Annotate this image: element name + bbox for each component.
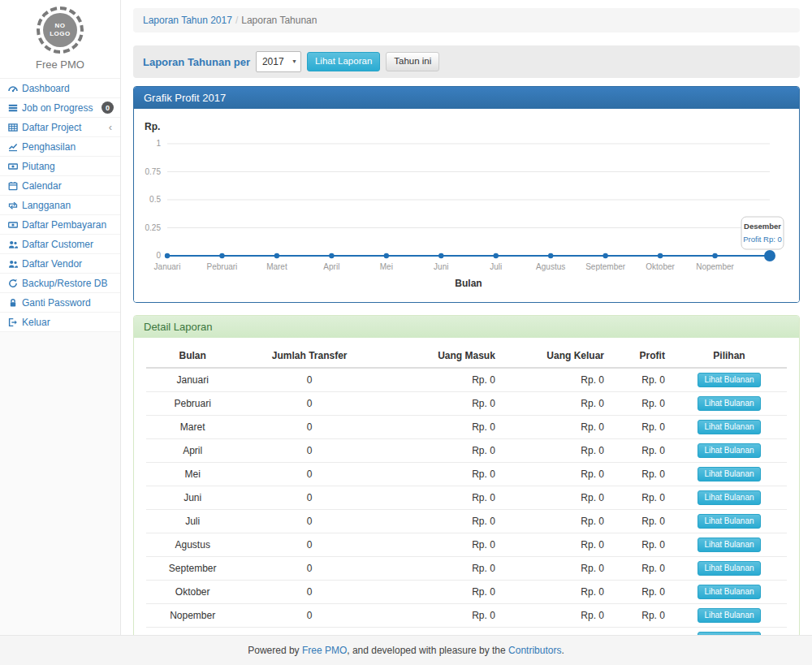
page-footer: Powered by Free PMO, and developed with … <box>0 635 812 665</box>
breadcrumb: Laporan Tahun 2017/Laporan Tahunan <box>133 8 800 32</box>
sidebar-item-label: Langganan <box>22 200 114 211</box>
lihat-bulanan-button[interactable]: Lihat Bulanan <box>698 420 760 434</box>
sidebar-item-label: Backup/Restore DB <box>22 278 114 289</box>
cell-keluar: Rp. 0 <box>502 557 611 581</box>
lihat-bulanan-button[interactable]: Lihat Bulanan <box>698 585 760 599</box>
sidebar-item-backup-restore[interactable]: Backup/Restore DB <box>0 274 120 293</box>
svg-text:Juni: Juni <box>434 262 448 271</box>
profit-chart-panel: Grafik Profit 2017 Rp.10.750.50.250Janua… <box>133 86 800 303</box>
cell-bulan: Maret <box>146 416 239 439</box>
footer-text-suffix: . <box>561 645 564 656</box>
sidebar-item-label: Daftar Vendor <box>22 258 114 270</box>
cell-bulan: Juli <box>146 510 239 533</box>
sidebar-item-label: Daftar Pembayaran <box>22 219 114 231</box>
tahun-ini-button[interactable]: Tahun ini <box>386 52 439 71</box>
sidebar-item-daftar-customer[interactable]: Daftar Customer <box>0 235 120 254</box>
sidebar-item-label: Keluar <box>22 317 114 328</box>
cell-jumlah: 0 <box>239 392 380 416</box>
breadcrumb-link[interactable]: Laporan Tahun 2017 <box>143 15 232 26</box>
svg-text:0.25: 0.25 <box>145 223 162 232</box>
cell-keluar: Rp. 0 <box>502 486 611 510</box>
lihat-bulanan-button[interactable]: Lihat Bulanan <box>698 396 760 411</box>
report-form-label: Laporan Tahunan per <box>143 56 250 68</box>
cell-masuk: Rp. 0 <box>380 392 502 416</box>
cell-bulan: Pebruari <box>146 392 239 416</box>
cell-profit: Rp. 0 <box>611 604 672 628</box>
lihat-laporan-button[interactable]: Lihat Laporan <box>307 52 380 71</box>
svg-text:September: September <box>585 262 626 271</box>
logo-text-line1: NO <box>55 22 66 30</box>
cell-bulan: Agustus <box>146 533 239 557</box>
logo-text-line2: LOGO <box>50 30 71 38</box>
lihat-bulanan-button[interactable]: Lihat Bulanan <box>698 443 760 458</box>
sidebar: NO LOGO Free PMO Dashboard Job on Progre… <box>0 0 121 635</box>
main-content: Laporan Tahun 2017/Laporan Tahunan Lapor… <box>121 0 812 635</box>
year-select[interactable]: 2017 <box>256 51 301 72</box>
lihat-bulanan-button[interactable]: Lihat Bulanan <box>698 538 760 552</box>
money-icon <box>6 220 19 230</box>
sidebar-item-daftar-vendor[interactable]: Daftar Vendor <box>0 254 120 274</box>
sidebar-item-langganan[interactable]: Langganan <box>0 196 120 215</box>
cell-jumlah: 0 <box>239 510 380 533</box>
cell-keluar: Rp. 0 <box>502 581 611 604</box>
sidebar-item-label: Penghasilan <box>22 141 114 153</box>
cell-bulan: Januari <box>146 368 239 392</box>
cell-keluar: Rp. 0 <box>502 439 611 463</box>
svg-text:Profit Rp: 0: Profit Rp: 0 <box>743 235 782 244</box>
sidebar-item-daftar-project[interactable]: Daftar Project ‹ <box>0 118 120 137</box>
footer-text-prefix: Powered by <box>248 645 302 656</box>
lihat-bulanan-button[interactable]: Lihat Bulanan <box>698 561 760 576</box>
cell-profit: Rp. 0 <box>611 368 672 392</box>
sidebar-item-job-on-progress[interactable]: Job on Progress 0 <box>0 98 120 118</box>
sidebar-item-piutang[interactable]: Piutang <box>0 157 120 176</box>
report-filter-form: Laporan Tahunan per 2017 ▼ Lihat Laporan… <box>133 45 800 78</box>
svg-text:Juli: Juli <box>490 262 502 271</box>
profit-line-chart: Rp.10.750.50.250JanuariPebruariMaretApri… <box>134 109 799 302</box>
svg-text:April: April <box>323 262 339 271</box>
cell-jumlah: 0 <box>239 439 380 463</box>
line-chart-icon <box>6 142 19 152</box>
cell-keluar: Rp. 0 <box>502 392 611 416</box>
cell-profit: Rp. 0 <box>611 510 672 533</box>
cell-bulan: Juni <box>146 486 239 510</box>
chevron-left-icon: ‹ <box>109 121 114 133</box>
contributors-link[interactable]: Contributors <box>508 645 561 656</box>
table-row: Pebruari 0 Rp. 0 Rp. 0 Rp. 0 Lihat Bulan… <box>146 392 787 416</box>
lihat-bulanan-button[interactable]: Lihat Bulanan <box>698 490 760 505</box>
sidebar-item-daftar-pembayaran[interactable]: Daftar Pembayaran <box>0 215 120 235</box>
cell-bulan: Nopember <box>146 604 239 628</box>
refresh-icon <box>6 279 19 288</box>
cell-profit: Rp. 0 <box>611 392 672 416</box>
cell-jumlah: 0 <box>239 416 380 439</box>
col-header-pilihan: Pilihan <box>672 344 787 368</box>
lihat-bulanan-button[interactable]: Lihat Bulanan <box>698 373 760 387</box>
table-header-row: Bulan Jumlah Transfer Uang Masuk Uang Ke… <box>146 344 787 368</box>
cell-profit: Rp. 0 <box>611 416 672 439</box>
col-header-uang-masuk: Uang Masuk <box>380 344 502 368</box>
table-row: Maret 0 Rp. 0 Rp. 0 Rp. 0 Lihat Bulanan <box>146 416 787 439</box>
sidebar-item-calendar[interactable]: Calendar <box>0 176 120 196</box>
cell-masuk: Rp. 0 <box>380 604 502 628</box>
cell-keluar: Rp. 0 <box>502 510 611 533</box>
cell-masuk: Rp. 0 <box>380 368 502 392</box>
lihat-bulanan-button[interactable]: Lihat Bulanan <box>698 467 760 481</box>
sidebar-item-label: Calendar <box>22 180 114 192</box>
footer-text-middle: , and developed with pleasure by the <box>347 645 508 656</box>
cell-jumlah: 0 <box>239 368 380 392</box>
cell-jumlah: 0 <box>239 486 380 510</box>
detail-report-table: Bulan Jumlah Transfer Uang Masuk Uang Ke… <box>146 344 787 665</box>
table-row: Nopember 0 Rp. 0 Rp. 0 Rp. 0 Lihat Bulan… <box>146 604 787 628</box>
svg-text:0: 0 <box>156 251 161 260</box>
cell-jumlah: 0 <box>239 604 380 628</box>
free-pmo-link[interactable]: Free PMO <box>302 645 347 656</box>
sidebar-item-ganti-password[interactable]: Ganti Password <box>0 293 120 313</box>
table-row: September 0 Rp. 0 Rp. 0 Rp. 0 Lihat Bula… <box>146 557 787 581</box>
sidebar-item-penghasilan[interactable]: Penghasilan <box>0 137 120 157</box>
sidebar-item-dashboard[interactable]: Dashboard <box>0 79 120 98</box>
cell-keluar: Rp. 0 <box>502 533 611 557</box>
money-icon <box>6 162 19 171</box>
sidebar-item-keluar[interactable]: Keluar <box>0 313 120 332</box>
lihat-bulanan-button[interactable]: Lihat Bulanan <box>698 514 760 529</box>
cell-jumlah: 0 <box>239 557 380 581</box>
lihat-bulanan-button[interactable]: Lihat Bulanan <box>698 608 760 623</box>
